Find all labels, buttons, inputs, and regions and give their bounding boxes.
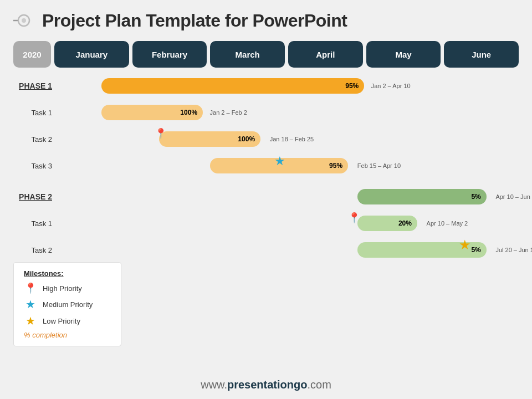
high-priority-icon-phase2-task1: 📍 — [348, 212, 360, 224]
phase1-task2-percent: 100% — [238, 135, 255, 143]
legend-medium-priority-label: Medium Priority — [43, 300, 93, 309]
legend-low-priority-label: Low Priority — [43, 317, 80, 325]
phase2-task2-date: Jul 20 – Jun 10 — [495, 247, 532, 253]
phase2-task1-bar-container: 📍 20% Apr 10 – May 2 — [58, 211, 519, 236]
phase2-date: Apr 10 – Jun 10 — [495, 193, 532, 200]
phase2-task2-label: Task 2 — [13, 246, 58, 254]
phase1-task3-percent: 95% — [329, 162, 342, 170]
medium-priority-icon-task3: ★ — [274, 154, 285, 168]
year-cell: 2020 — [13, 41, 51, 68]
low-priority-icon-phase2-task2: ★ — [459, 237, 471, 253]
phase1-task3-date: Feb 15 – Apr 10 — [357, 162, 401, 169]
phase1-percent: 95% — [345, 82, 359, 90]
phase1-task1-date: Jan 2 – Feb 2 — [210, 109, 247, 116]
low-priority-legend-icon: ★ — [24, 314, 37, 328]
phase2-task1-row: Task 1 📍 20% Apr 10 – May 2 — [13, 211, 519, 236]
footer: www.presentationgo.com — [0, 378, 532, 391]
logo-icon — [13, 10, 34, 31]
medium-priority-legend-icon: ★ — [24, 298, 37, 311]
timeline-header: 2020 January February March April May Ju… — [13, 41, 519, 68]
phase1-task2-bar-container: 📍 100% Jan 18 – Feb 25 — [58, 126, 519, 152]
month-february: February — [132, 41, 207, 68]
phase1-row: PHASE 1 95% Jan 2 – Apr 10 — [13, 73, 519, 99]
footer-text-end: .com — [307, 378, 331, 391]
legend-title: Milestones: — [24, 269, 111, 278]
phase1-bar-container: 95% Jan 2 – Apr 10 — [58, 73, 519, 99]
phase2-task2-bar-container: ★ 5% Jul 20 – Jun 10 — [58, 237, 519, 263]
phase1-task2-date: Jan 18 – Feb 25 — [270, 136, 314, 142]
footer-text-highlight: presentationgo — [227, 378, 307, 391]
phase1-task1-bar-container: 100% Jan 2 – Feb 2 — [58, 100, 519, 125]
high-priority-icon-task2: 📍 — [155, 127, 167, 140]
phase1-task1-percent: 100% — [180, 109, 197, 116]
legend-high-priority: 📍 High Priority — [24, 282, 111, 294]
phase2-bar: 5% — [357, 189, 487, 204]
phase1-task2-bar: 100% — [159, 131, 260, 147]
phase2-bar-container: 5% Apr 10 – Jun 10 — [58, 184, 519, 209]
phase2-task2-percent: 5% — [471, 246, 480, 254]
footer-text-plain: www. — [201, 378, 227, 391]
phase2-task1-bar: 20% — [357, 216, 417, 231]
legend-high-priority-label: High Priority — [43, 284, 82, 293]
phase2-label: PHASE 2 — [13, 192, 58, 201]
legend-low-priority: ★ Low Priority — [24, 314, 111, 328]
phase2-row: PHASE 2 5% Apr 10 – Jun 10 — [13, 184, 519, 209]
header: Project Plan Template for PowerPoint — [0, 0, 532, 37]
phase2-task1-label: Task 1 — [13, 219, 58, 228]
svg-point-2 — [22, 18, 26, 23]
month-may: May — [366, 41, 441, 68]
phase1-task1-bar: 100% — [101, 105, 203, 120]
phase1-task3-bar-container: ★ 95% Feb 15 – Apr 10 — [58, 153, 519, 178]
phase2-task2-row: Task 2 ★ 5% Jul 20 – Jun 10 — [13, 237, 519, 263]
phase1-task3-row: Task 3 ★ 95% Feb 15 – Apr 10 — [13, 153, 519, 178]
phase1-bar: 95% — [101, 78, 364, 94]
month-april: April — [288, 41, 363, 68]
percent-label: % completion — [24, 331, 111, 339]
high-priority-legend-icon: 📍 — [24, 282, 37, 294]
legend-medium-priority: ★ Medium Priority — [24, 298, 111, 311]
phase1-task2-row: Task 2 📍 100% Jan 18 – Feb 25 — [13, 126, 519, 152]
phase2-task1-date: Apr 10 – May 2 — [427, 220, 468, 227]
month-march: March — [210, 41, 285, 68]
page-title: Project Plan Template for PowerPoint — [42, 11, 347, 31]
gantt-area: PHASE 1 95% Jan 2 – Apr 10 Task 1 100% J… — [13, 73, 519, 263]
phase1-task3-label: Task 3 — [13, 162, 58, 170]
month-june: June — [444, 41, 519, 68]
phase2-percent: 5% — [471, 193, 480, 201]
phase2-task1-percent: 20% — [398, 219, 412, 227]
month-january: January — [54, 41, 129, 68]
phase1-task2-label: Task 2 — [13, 135, 58, 144]
phase1-date: Jan 2 – Apr 10 — [371, 83, 411, 89]
legend-box: Milestones: 📍 High Priority ★ Medium Pri… — [13, 262, 121, 346]
phase1-task1-label: Task 1 — [13, 109, 58, 117]
phase1-label: PHASE 1 — [13, 81, 58, 90]
phase1-task1-row: Task 1 100% Jan 2 – Feb 2 — [13, 100, 519, 125]
